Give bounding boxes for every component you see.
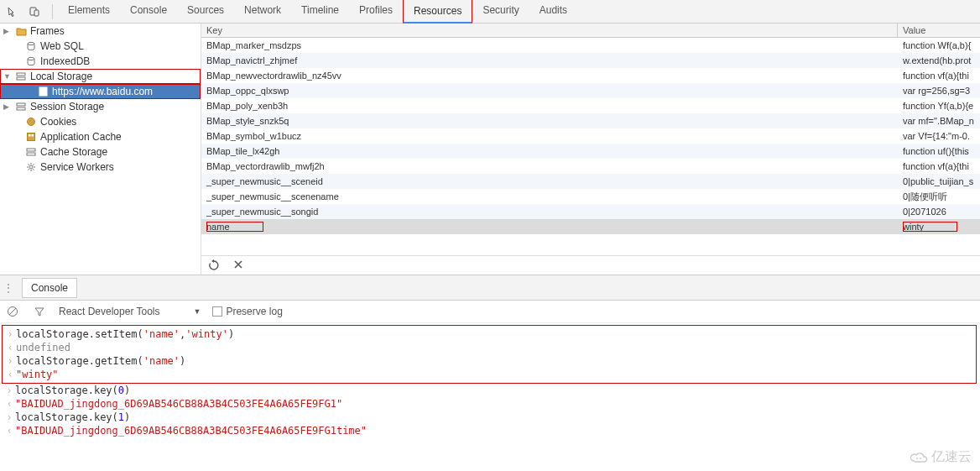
cell-value: 0|public_tuijian_s [898, 176, 980, 186]
prompt-icon: ‹ [3, 425, 15, 437]
svg-rect-16 [27, 153, 35, 155]
clear-console-icon[interactable] [5, 304, 20, 319]
cell-key: BMap_poly_xenb3h [201, 101, 898, 111]
device-icon[interactable] [25, 3, 44, 21]
storage-icon [15, 71, 27, 81]
table-row[interactable]: BMap_navictrl_zhjmefw.extend(hb.prot [201, 53, 980, 68]
svg-rect-5 [17, 77, 25, 80]
console-output-line: ‹undefined [4, 341, 976, 354]
cache-icon [25, 147, 37, 157]
disclosure-icon: ▶ [3, 102, 12, 111]
delete-button[interactable] [233, 259, 243, 271]
svg-rect-4 [17, 73, 25, 76]
table-row[interactable]: namewinty [201, 219, 980, 234]
header-value[interactable]: Value [898, 24, 980, 37]
table-row[interactable]: _super_newmusic__sceneid0|public_tuijian… [201, 174, 980, 189]
svg-point-3 [28, 57, 34, 60]
drawer-toggle-icon[interactable]: ⋮ [3, 282, 15, 294]
cell-key: BMap_navictrl_zhjmef [201, 55, 898, 65]
tab-resources[interactable]: Resources [403, 0, 472, 24]
separator [52, 4, 53, 19]
tab-timeline[interactable]: Timeline [291, 0, 349, 24]
page-icon [37, 86, 49, 97]
table-row[interactable]: BMap_oppc_qlxswpvar rg=256,sg=3 [201, 83, 980, 98]
console-output-line: ‹"BAIDUAD_jingdong_6D69AB546CB88A3B4C503… [3, 397, 977, 411]
svg-point-11 [32, 122, 34, 123]
table-row[interactable]: BMap_symbol_w1buczvar Vf={14:"m-0. [201, 128, 980, 144]
chevron-down-icon: ▼ [194, 307, 201, 316]
sidebar-item-https-www-baidu-com[interactable]: https://www.baidu.com [0, 84, 201, 99]
cell-value: function vf(a){thi [898, 161, 980, 171]
cell-key: BMap_style_snzk5q [201, 116, 898, 126]
sidebar-item-local-storage[interactable]: ▼Local Storage [0, 69, 201, 84]
preserve-log-toggle[interactable]: Preserve log [212, 306, 282, 317]
sidebar-item-web-sql[interactable]: Web SQL [0, 39, 201, 54]
db-icon [25, 56, 37, 66]
tab-profiles[interactable]: Profiles [349, 0, 403, 24]
cell-value: var rg=256,sg=3 [898, 86, 980, 96]
svg-rect-12 [28, 133, 35, 141]
console-input-line: ›localStorage.key(0) [3, 384, 977, 397]
disclosure-icon: ▶ [3, 27, 12, 35]
tab-console[interactable]: Console [22, 278, 77, 298]
tab-audits[interactable]: Audits [529, 0, 577, 24]
table-row[interactable]: BMap_poly_xenb3hfunction Yf(a,b){e [201, 98, 980, 113]
svg-point-20 [916, 458, 918, 459]
svg-rect-6 [39, 87, 47, 96]
console-toolbar: React Developer Tools ▼ Preserve log [0, 301, 980, 323]
inspect-icon[interactable] [3, 3, 22, 21]
context-selector[interactable]: React Developer Tools ▼ [59, 306, 201, 317]
console-input-line: ›localStorage.getItem('name') [4, 354, 976, 368]
tab-elements[interactable]: Elements [58, 0, 120, 24]
prompt-icon: › [4, 355, 16, 367]
sidebar-item-frames[interactable]: ▶Frames [0, 24, 201, 39]
cell-value: 0|随便听听 [898, 191, 980, 203]
tab-network[interactable]: Network [234, 0, 291, 24]
tab-console[interactable]: Console [120, 0, 177, 24]
svg-rect-13 [29, 134, 31, 137]
cell-key: _super_newmusic__scenename [201, 191, 898, 201]
cell-value: winty [898, 222, 980, 232]
sidebar-item-application-cache[interactable]: Application Cache [0, 129, 201, 144]
svg-rect-15 [27, 149, 35, 151]
table-row[interactable]: BMap_style_snzk5qvar mf=".BMap_n [201, 113, 980, 128]
svg-rect-14 [32, 134, 34, 137]
table-row[interactable]: _super_newmusic__songid0|2071026 [201, 204, 980, 219]
preserve-log-label: Preserve log [226, 306, 282, 317]
storage-table: Key Value BMap_marker_msdzpsfunction Wf(… [201, 24, 980, 275]
svg-point-2 [28, 42, 34, 44]
sidebar-item-session-storage[interactable]: ▶Session Storage [0, 99, 201, 114]
table-row[interactable]: _super_newmusic__scenename0|随便听听 [201, 189, 980, 204]
table-row[interactable]: BMap_tile_lx42ghfunction uf(){this [201, 144, 980, 159]
sidebar-item-label: Local Storage [30, 71, 92, 82]
header-key[interactable]: Key [201, 24, 898, 37]
table-header: Key Value [201, 24, 980, 38]
cell-key: BMap_symbol_w1bucz [201, 131, 898, 141]
table-row[interactable]: BMap_vectordrawlib_mwfj2hfunction vf(a){… [201, 159, 980, 174]
filter-icon[interactable] [32, 304, 47, 319]
sidebar-item-label: Application Cache [40, 131, 122, 143]
tab-sources[interactable]: Sources [177, 0, 234, 24]
sidebar-item-cache-storage[interactable]: Cache Storage [0, 144, 201, 160]
tab-security[interactable]: Security [472, 0, 529, 24]
svg-rect-7 [17, 103, 25, 106]
svg-line-19 [9, 308, 16, 315]
sidebar-item-indexeddb[interactable]: IndexedDB [0, 54, 201, 69]
console-output-line: ‹"winty" [4, 368, 976, 381]
console-input-line: ›localStorage.setItem('name','winty') [4, 327, 976, 341]
sidebar-item-service-workers[interactable]: Service Workers [0, 160, 201, 175]
folder-icon [15, 27, 27, 36]
gear-icon [25, 162, 37, 172]
drawer-tabs: ⋮ Console [0, 275, 980, 301]
cell-key: _super_newmusic__songid [201, 207, 898, 217]
console-output[interactable]: ›localStorage.setItem('name','winty')‹un… [0, 323, 980, 439]
cell-key: BMap_marker_msdzps [201, 40, 898, 50]
refresh-button[interactable] [208, 259, 220, 271]
table-row[interactable]: BMap_marker_msdzpsfunction Wf(a,b){ [201, 38, 980, 53]
cell-value: function uf(){this [898, 146, 980, 156]
svg-rect-8 [17, 107, 25, 110]
db-icon [25, 41, 37, 51]
table-row[interactable]: BMap_newvectordrawlib_nz45vvfunction vf(… [201, 68, 980, 83]
sidebar-item-label: Service Workers [40, 161, 114, 173]
sidebar-item-cookies[interactable]: Cookies [0, 114, 201, 129]
